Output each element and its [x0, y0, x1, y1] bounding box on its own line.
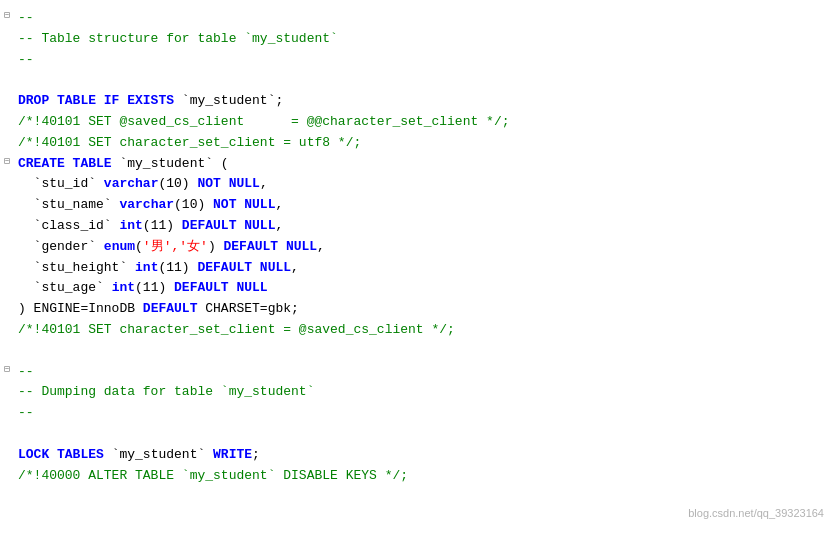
code-segment: `stu_name` — [18, 197, 119, 212]
code-line — [0, 424, 832, 445]
line-code: -- Dumping data for table `my_student` — [14, 382, 832, 403]
code-segment: int — [119, 218, 142, 233]
code-line: `stu_name` varchar(10) NOT NULL, — [0, 195, 832, 216]
code-segment: `my_student` — [182, 468, 276, 483]
code-line: `stu_age` int(11) DEFAULT NULL — [0, 278, 832, 299]
code-line: /*!40101 SET @saved_cs_client = @@charac… — [0, 112, 832, 133]
line-code: `gender` enum('男','女') DEFAULT NULL, — [14, 237, 832, 258]
line-code: -- — [14, 8, 832, 29]
line-code: `stu_age` int(11) DEFAULT NULL — [14, 278, 832, 299]
line-code: -- — [14, 362, 832, 383]
code-segment: DEFAULT NULL — [197, 260, 291, 275]
code-segment: -- Dumping data for table — [18, 384, 221, 399]
code-segment: , — [275, 197, 283, 212]
code-segment: -- — [18, 405, 34, 420]
code-segment: , — [260, 176, 268, 191]
code-segment: CHARSET=gbk; — [197, 301, 298, 316]
code-line: /*!40101 SET character_set_client = @sav… — [0, 320, 832, 341]
code-segment: /*!40101 SET @saved_cs_client = @@charac… — [18, 114, 509, 129]
line-code: `class_id` int(11) DEFAULT NULL, — [14, 216, 832, 237]
code-segment: /*!40000 ALTER TABLE — [18, 468, 182, 483]
code-segment: NOT NULL — [197, 176, 259, 191]
code-line: /*!40000 ALTER TABLE `my_student` DISABL… — [0, 466, 832, 487]
code-line: `stu_id` varchar(10) NOT NULL, — [0, 174, 832, 195]
line-code: CREATE TABLE `my_student` ( — [14, 154, 832, 175]
code-segment: NOT NULL — [213, 197, 275, 212]
code-segment: `gender` — [18, 239, 104, 254]
code-line: LOCK TABLES `my_student` WRITE; — [0, 445, 832, 466]
line-code: -- — [14, 403, 832, 424]
code-line: -- Dumping data for table `my_student` — [0, 382, 832, 403]
code-segment: `my_student` ( — [119, 156, 228, 171]
code-segment: (11) — [135, 280, 174, 295]
line-code: /*!40101 SET @saved_cs_client = @@charac… — [14, 112, 832, 133]
code-line: /*!40101 SET character_set_client = utf8… — [0, 133, 832, 154]
line-code: LOCK TABLES `my_student` WRITE; — [14, 445, 832, 466]
code-line: `gender` enum('男','女') DEFAULT NULL, — [0, 237, 832, 258]
code-segment: `stu_age` — [18, 280, 112, 295]
code-segment: '男','女' — [143, 239, 208, 254]
code-segment: `class_id` — [18, 218, 119, 233]
code-segment: ( — [135, 239, 143, 254]
code-segment: /*!40101 SET character_set_client = @sav… — [18, 322, 455, 337]
fold-closed-icon[interactable]: ⊟ — [0, 8, 14, 24]
line-code: -- — [14, 50, 832, 71]
code-line: DROP TABLE IF EXISTS `my_student`; — [0, 91, 832, 112]
code-segment: DISABLE KEYS */; — [275, 468, 408, 483]
code-segment: `my_student` — [244, 31, 338, 46]
line-code: /*!40101 SET character_set_client = utf8… — [14, 133, 832, 154]
code-segment: , — [291, 260, 299, 275]
code-segment: , — [317, 239, 325, 254]
code-segment: DEFAULT NULL — [182, 218, 276, 233]
line-code — [14, 341, 832, 362]
line-code — [14, 424, 832, 445]
line-code: /*!40101 SET character_set_client = @sav… — [14, 320, 832, 341]
code-segment: varchar — [119, 197, 174, 212]
code-segment: `stu_height` — [18, 260, 135, 275]
code-segment: -- Table structure for table — [18, 31, 244, 46]
code-segment: (10) — [174, 197, 213, 212]
code-segment: DEFAULT — [143, 301, 198, 316]
code-segment: `stu_id` — [18, 176, 104, 191]
code-line — [0, 70, 832, 91]
code-segment: DEFAULT NULL — [174, 280, 268, 295]
code-segment: DEFAULT NULL — [223, 239, 317, 254]
code-segment: varchar — [104, 176, 159, 191]
code-line: `stu_height` int(11) DEFAULT NULL, — [0, 258, 832, 279]
code-line: ⊟-- — [0, 8, 832, 29]
code-segment: enum — [104, 239, 135, 254]
line-code: -- Table structure for table `my_student… — [14, 29, 832, 50]
line-code: /*!40000 ALTER TABLE `my_student` DISABL… — [14, 466, 832, 487]
line-code: `stu_height` int(11) DEFAULT NULL, — [14, 258, 832, 279]
code-segment: ) ENGINE=InnoDB — [18, 301, 143, 316]
code-segment: ; — [252, 447, 260, 462]
line-code — [14, 70, 832, 91]
watermark: blog.csdn.net/qq_39323164 — [688, 505, 824, 523]
code-segment: LOCK TABLES — [18, 447, 112, 462]
fold-closed-icon[interactable]: ⊟ — [0, 362, 14, 378]
code-line: -- Table structure for table `my_student… — [0, 29, 832, 50]
line-code: `stu_id` varchar(10) NOT NULL, — [14, 174, 832, 195]
code-line: ⊟CREATE TABLE `my_student` ( — [0, 154, 832, 175]
code-segment: (11) — [158, 260, 197, 275]
code-segment: DROP TABLE IF EXISTS — [18, 93, 182, 108]
code-segment: int — [135, 260, 158, 275]
code-segment: `my_student` — [221, 384, 315, 399]
code-line: ) ENGINE=InnoDB DEFAULT CHARSET=gbk; — [0, 299, 832, 320]
code-container: ⊟---- Table structure for table `my_stud… — [0, 0, 832, 541]
code-segment: , — [275, 218, 283, 233]
code-line — [0, 341, 832, 362]
line-code: ) ENGINE=InnoDB DEFAULT CHARSET=gbk; — [14, 299, 832, 320]
code-segment: int — [112, 280, 135, 295]
code-line: `class_id` int(11) DEFAULT NULL, — [0, 216, 832, 237]
code-segment: `my_student` — [182, 93, 276, 108]
code-segment: ) — [208, 239, 224, 254]
code-segment: CREATE TABLE — [18, 156, 119, 171]
code-line: -- — [0, 403, 832, 424]
code-segment: ; — [275, 93, 283, 108]
code-line: -- — [0, 50, 832, 71]
code-segment: -- — [18, 364, 34, 379]
fold-closed-icon[interactable]: ⊟ — [0, 154, 14, 170]
code-line: ⊟-- — [0, 362, 832, 383]
code-segment: /*!40101 SET character_set_client = utf8… — [18, 135, 361, 150]
